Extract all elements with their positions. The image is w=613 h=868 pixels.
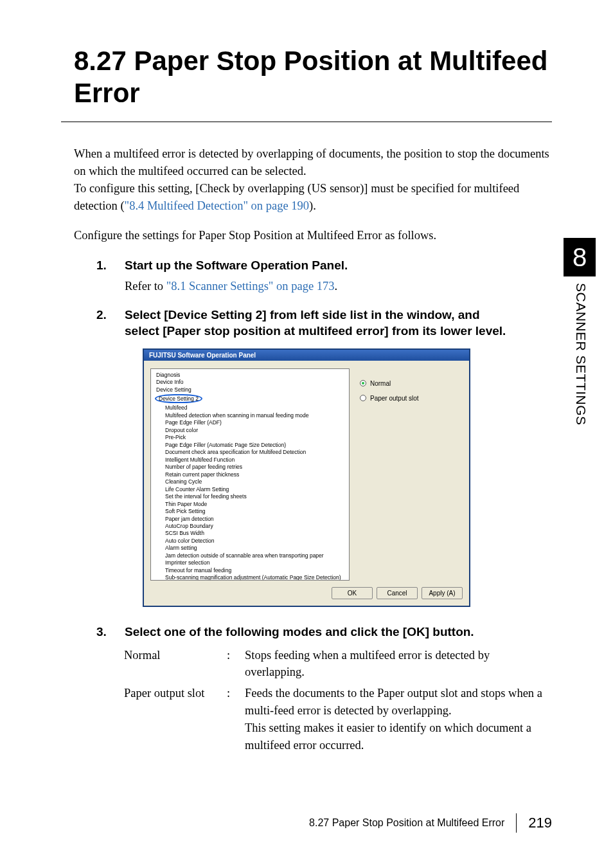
modes-table: Normal : Stops feeding when a multifeed … [124,647,552,754]
footer-page-number: 219 [528,815,552,831]
tree-item[interactable]: Auto color Detection [155,538,345,545]
tree-item[interactable]: Document check area specification for Mu… [155,449,345,456]
tree-item[interactable]: Device Info [155,379,345,386]
tree-item[interactable]: Diagnosis [155,372,345,379]
mode-normal-label: Normal [124,647,227,682]
intro-1b-suffix: ). [309,199,316,212]
intro-paragraph-1: When a multifeed error is detected by ov… [74,145,552,214]
title-divider [61,122,552,122]
dialog-titlebar: FUJITSU Software Operation Panel [144,350,469,361]
tree-item[interactable]: Multifeed detection when scanning in man… [155,412,345,419]
radio-paper-output-slot-label: Paper output slot [370,395,419,402]
step-2-title: Select [Device Setting 2] from left side… [125,307,510,339]
step-1-number: 1. [96,257,111,274]
chapter-number: 8 [573,243,587,272]
page-title: 8.27 Paper Stop Position at Multifeed Er… [74,45,552,109]
mode-colon: : [227,647,245,682]
tree-item[interactable]: Retain current paper thickness [155,471,345,478]
radio-dot-icon [360,395,366,401]
tree-item[interactable]: Number of paper feeding retries [155,464,345,471]
radio-paper-output-slot[interactable]: Paper output slot [360,395,459,402]
tree-item[interactable]: Sub-scanning magnification adjustment (A… [155,574,345,581]
radio-normal[interactable]: Normal [360,380,459,387]
step-3-number: 3. [96,624,111,640]
tree-item[interactable]: Jam detection outside of scannable area … [155,552,345,559]
software-operation-panel-dialog: FUJITSU Software Operation Panel Diagnos… [143,348,470,607]
cancel-button[interactable]: Cancel [377,587,418,599]
step-2: 2. Select [Device Setting 2] from left s… [96,307,552,339]
link-scanner-settings[interactable]: "8.1 Scanner Settings" on page 173 [166,280,335,293]
mode-normal-desc: Stops feeding when a multifeed error is … [245,647,552,682]
tree-item[interactable]: Paper jam detection [155,516,345,523]
step-1-body-prefix: Refer to [125,280,166,293]
dialog-radio-panel: Normal Paper output slot [356,368,463,581]
step-2-number: 2. [96,307,111,323]
tree-item[interactable]: Alarm setting [155,545,345,552]
tree-item[interactable]: Timeout for manual feeding [155,567,345,574]
chapter-tab: 8 [564,238,596,276]
footer-divider [516,813,517,833]
mode-row-normal: Normal : Stops feeding when a multifeed … [124,647,552,682]
tree-item[interactable]: Imprinter selection [155,559,345,566]
intro-1a: When a multifeed error is detected by ov… [74,147,549,177]
tree-item[interactable]: Soft Pick Setting [155,508,345,515]
step-1: 1. Start up the Software Operation Panel… [96,257,552,294]
dialog-tree-view[interactable]: Diagnosis Device Info Device Setting Dev… [150,368,350,581]
step-1-body-suffix: . [334,280,337,293]
tree-item-device-setting-2[interactable]: Device Setting 2 [155,394,202,403]
tree-item[interactable]: Life Counter Alarm Setting [155,486,345,493]
tree-item[interactable]: SCSI Bus Width [155,530,345,537]
step-3: 3. Select one of the following modes and… [96,624,552,640]
side-section-label: SCANNER SETTINGS [573,283,589,426]
radio-dot-icon [360,380,366,386]
mode-colon: : [227,685,245,754]
mode-row-paper-output: Paper output slot : Feeds the documents … [124,685,552,754]
tree-item[interactable]: Device Setting [155,386,345,393]
link-multifeed-detection[interactable]: "8.4 Multifeed Detection" on page 190 [125,199,309,212]
apply-button[interactable]: Apply (A) [422,587,463,599]
mode-paper-output-desc: Feeds the documents to the Paper output … [245,685,552,754]
tree-item[interactable]: Cleaning Cycle [155,478,345,485]
tree-item[interactable]: Thin Paper Mode [155,501,345,508]
footer-section-title: 8.27 Paper Stop Position at Multifeed Er… [309,817,504,829]
step-1-title: Start up the Software Operation Panel. [125,257,348,274]
tree-item[interactable]: Page Edge Filler (ADF) [155,419,345,426]
mode-paper-output-label: Paper output slot [124,685,227,754]
tree-item[interactable]: Intelligent Multifeed Function [155,457,345,464]
tree-item[interactable]: Pre-Pick [155,434,345,441]
radio-normal-label: Normal [370,380,391,387]
page-footer: 8.27 Paper Stop Position at Multifeed Er… [309,813,552,833]
step-3-title: Select one of the following modes and cl… [125,624,474,640]
tree-item[interactable]: AutoCrop Boundary [155,523,345,530]
tree-item[interactable]: Page Edge Filler (Automatic Page Size De… [155,442,345,449]
intro-paragraph-2: Configure the settings for Paper Stop Po… [74,227,552,244]
tree-item[interactable]: Set the interval for feeding sheets [155,493,345,500]
tree-item[interactable]: Dropout color [155,427,345,434]
ok-button[interactable]: OK [332,587,373,599]
tree-item[interactable]: Multifeed [155,404,345,411]
